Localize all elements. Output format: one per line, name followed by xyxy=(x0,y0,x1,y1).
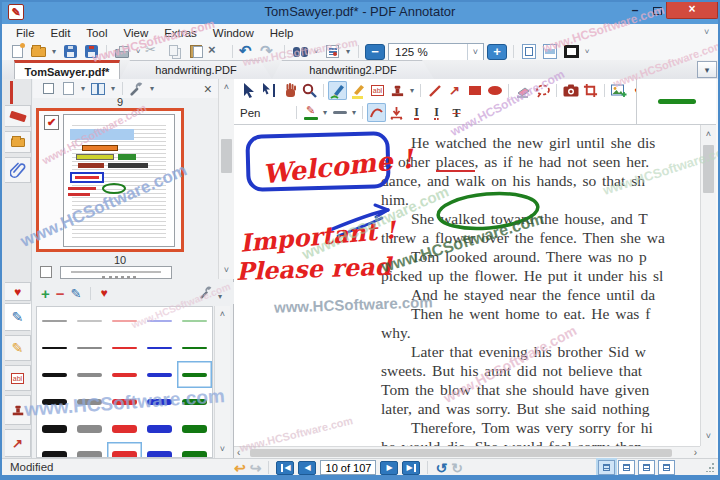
scroll-up-arrow[interactable]: ˄ xyxy=(701,129,716,139)
document-page[interactable]: He watched the new girl until she disat … xyxy=(234,125,700,446)
tab-tomsawyer[interactable]: TomSawyer.pdf* xyxy=(14,60,120,79)
history-back-button[interactable]: ↺ xyxy=(435,461,447,475)
pen-style-cell[interactable] xyxy=(37,415,72,442)
highlighter-tool-button[interactable] xyxy=(348,81,367,100)
pen-style-cell[interactable] xyxy=(142,307,177,334)
select-tool-button[interactable] xyxy=(240,81,259,100)
pen-style-cell[interactable] xyxy=(37,334,72,361)
layout-view-dropdown[interactable]: ▾ xyxy=(109,84,117,93)
insert-image-button[interactable] xyxy=(609,81,628,100)
menu-window[interactable]: Window xyxy=(205,25,262,41)
cut-button[interactable]: ✂ xyxy=(145,43,163,60)
fullscreen-dropdown[interactable]: ˅ xyxy=(583,47,591,56)
menu-help[interactable]: Help xyxy=(262,25,302,41)
rectangle-tool-button[interactable] xyxy=(465,81,484,100)
line-end-style-3-button[interactable]: T xyxy=(447,103,466,122)
new-document-button[interactable] xyxy=(8,43,26,60)
resize-grip[interactable] xyxy=(705,463,714,472)
pen-style-cell[interactable] xyxy=(107,415,142,442)
remove-style-button[interactable]: − xyxy=(56,286,65,301)
minimize-button[interactable]: – xyxy=(624,3,646,19)
palette-tab-text[interactable]: abl xyxy=(5,365,31,391)
settings-dropdown[interactable]: ▾ xyxy=(148,84,156,93)
pen-style-cell[interactable] xyxy=(107,334,142,361)
page-number-input[interactable] xyxy=(320,460,376,475)
pen-style-cell[interactable] xyxy=(37,442,72,458)
tab-handwriting[interactable]: handwriting.PDF xyxy=(120,60,272,79)
zoom-tool-button[interactable] xyxy=(300,81,319,100)
ellipse-tool-button[interactable] xyxy=(485,81,504,100)
layout-view-button[interactable] xyxy=(89,80,107,97)
palette-settings-dropdown[interactable]: ▾ xyxy=(216,292,224,301)
menu-edit[interactable]: Edit xyxy=(43,25,79,41)
stamp-dropdown[interactable]: ▾ xyxy=(408,86,416,95)
tab-list-dropdown[interactable]: ▾ xyxy=(697,61,717,78)
pen-style-cell[interactable] xyxy=(107,442,142,458)
open-dropdown[interactable]: ▾ xyxy=(50,47,58,56)
text-select-tool-button[interactable] xyxy=(260,81,279,100)
scroll-down-arrow[interactable]: ˅ xyxy=(701,431,716,441)
print-button[interactable] xyxy=(113,43,131,60)
scroll-thumb[interactable] xyxy=(221,139,232,173)
sidebar-tab-attachments[interactable] xyxy=(5,157,31,183)
history-forward-button[interactable]: ↻ xyxy=(451,461,463,475)
document-horizontal-scrollbar[interactable]: ‹ › xyxy=(234,446,700,458)
next-page-button[interactable]: ▶ xyxy=(380,461,398,475)
text-tool-button[interactable]: abl xyxy=(368,81,387,100)
lasso-tool-button[interactable] xyxy=(533,81,552,100)
pen-style-cell[interactable] xyxy=(37,307,72,334)
undo-button[interactable]: ↶ xyxy=(239,43,257,60)
facing-pages-layout-button[interactable] xyxy=(638,460,655,475)
palette-settings-button[interactable]: ▾ xyxy=(200,286,224,301)
scroll-right-arrow[interactable]: › xyxy=(694,447,697,458)
pen-style-cell[interactable] xyxy=(37,388,72,415)
snap-to-line-button[interactable] xyxy=(387,103,406,122)
pen-style-cell[interactable] xyxy=(72,442,107,458)
pen-style-cell[interactable] xyxy=(142,388,177,415)
pen-style-cell[interactable] xyxy=(177,388,212,415)
palette-tab-favorites[interactable]: ♥ xyxy=(5,282,31,301)
save-as-button[interactable] xyxy=(82,43,100,60)
scroll-left-arrow[interactable]: ‹ xyxy=(237,447,240,458)
pen-style-cell[interactable] xyxy=(142,415,177,442)
pen-style-cell[interactable] xyxy=(142,361,177,388)
goto-page-button[interactable] xyxy=(323,43,341,60)
zoom-level-combobox[interactable]: 125 % ˅ xyxy=(388,43,484,61)
continuous-layout-button[interactable] xyxy=(618,460,635,475)
first-page-button[interactable]: ◀ xyxy=(276,461,294,475)
sidebar-tab-bookmarks[interactable] xyxy=(5,105,31,127)
page-10-checkbox[interactable] xyxy=(40,266,52,278)
panel-splitter-horizontal[interactable] xyxy=(102,276,136,279)
copy-button[interactable] xyxy=(166,43,184,60)
fullscreen-button[interactable] xyxy=(562,43,580,60)
pen-style-cell[interactable] xyxy=(177,307,212,334)
menu-view[interactable]: View xyxy=(115,25,156,41)
scroll-thumb[interactable] xyxy=(250,449,672,457)
pen-style-cell[interactable] xyxy=(72,307,107,334)
maximize-button[interactable] xyxy=(646,3,668,19)
arrow-annotation[interactable] xyxy=(330,210,388,230)
page-9-checkbox[interactable]: ✔ xyxy=(44,115,59,130)
pen-style-cell[interactable] xyxy=(37,361,72,388)
eraser-tool-button[interactable] xyxy=(513,81,532,100)
pen-color-dropdown[interactable]: ▾ xyxy=(321,108,329,117)
pen-style-cell[interactable] xyxy=(107,361,142,388)
palette-scrollbar[interactable]: ˄ ˅ xyxy=(214,306,230,458)
pen-style-cell[interactable] xyxy=(177,361,212,388)
palette-tab-pen[interactable]: ✎ xyxy=(5,303,31,331)
pen-style-cell[interactable] xyxy=(72,415,107,442)
go-forward-button[interactable]: ↪ xyxy=(250,461,262,475)
document-vertical-scrollbar[interactable]: ˄ ˅ xyxy=(700,125,716,446)
redo-button[interactable]: ↷ xyxy=(260,43,278,60)
palette-tab-arrow[interactable]: ↗ xyxy=(5,429,31,457)
fit-page-button[interactable] xyxy=(520,43,538,60)
pen-style-cell[interactable] xyxy=(177,415,212,442)
stamp-tool-button[interactable] xyxy=(388,81,407,100)
favorite-style-button[interactable]: ♥ xyxy=(100,287,107,299)
line-end-style-2-button[interactable]: I xyxy=(427,103,446,122)
pen-style-cell[interactable] xyxy=(142,442,177,458)
important-ink-text[interactable]: Important ! xyxy=(239,215,399,258)
add-style-button[interactable]: + xyxy=(41,286,50,301)
pen-style-cell[interactable] xyxy=(107,307,142,334)
pan-tool-button[interactable] xyxy=(280,81,299,100)
